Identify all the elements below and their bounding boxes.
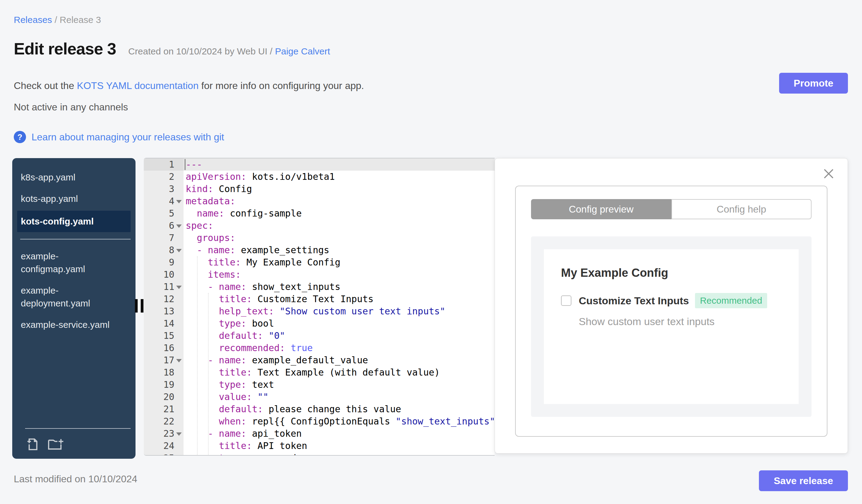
code-text: - name: example_default_value (184, 354, 368, 367)
line-number[interactable]: 1 (144, 158, 184, 171)
line-number[interactable]: 14 (144, 317, 184, 330)
code-line-11: 11 - name: show_text_inputs (144, 281, 495, 293)
code-text: default: please change this value (184, 403, 401, 415)
sidebar-file-kots-config.yaml[interactable]: kots-config.yaml (17, 211, 131, 232)
line-number[interactable]: 25 (144, 452, 184, 456)
line-number[interactable]: 13 (144, 305, 184, 317)
code-text: title: My Example Config (184, 256, 340, 268)
breadcrumb-releases-link[interactable]: Releases (14, 15, 52, 25)
new-file-icon[interactable] (25, 437, 39, 451)
line-number[interactable]: 2 (144, 171, 184, 183)
help-question-icon[interactable]: ? (14, 131, 26, 143)
code-text: value: "" (184, 391, 269, 403)
code-line-23: 23 - name: api_token (144, 427, 495, 440)
code-line-2: 2apiVersion: kots.io/v1beta1 (144, 171, 495, 183)
line-number[interactable]: 19 (144, 379, 184, 391)
line-number[interactable]: 3 (144, 183, 184, 195)
line-number[interactable]: 23 (144, 427, 184, 440)
line-number[interactable]: 21 (144, 403, 184, 415)
fold-arrow-icon[interactable] (176, 286, 182, 289)
config-preview-container: Config previewConfig help My Example Con… (515, 186, 827, 437)
code-line-21: 21 default: please change this value (144, 403, 495, 415)
code-line-3: 3kind: Config (144, 183, 495, 195)
code-text: - name: show_text_inputs (184, 281, 340, 293)
line-number[interactable]: 20 (144, 391, 184, 403)
file-sidebar: k8s-app.yamlkots-app.yamlkots-config.yam… (12, 158, 135, 459)
line-number[interactable]: 4 (144, 195, 184, 207)
sidebar-actions (12, 428, 135, 459)
config-item-help-text: Show custom user text inputs (579, 316, 782, 328)
code-line-16: 16 recommended: true (144, 342, 495, 354)
sidebar-file-kots-app.yaml[interactable]: kots-app.yaml (12, 188, 135, 210)
line-number[interactable]: 5 (144, 207, 184, 220)
page-title: Edit release 3 (14, 39, 116, 58)
code-text: type: password (184, 452, 296, 456)
recommended-badge: Recommended (695, 293, 767, 308)
code-line-9: 9 title: My Example Config (144, 256, 495, 268)
git-learn-row: ? Learn about managing your releases wit… (14, 131, 224, 143)
code-line-20: 20 value: "" (144, 391, 495, 403)
config-item-label[interactable]: Customize Text Inputs (579, 295, 689, 307)
line-number[interactable]: 6 (144, 220, 184, 232)
code-line-4: 4metadata: (144, 195, 495, 207)
config-preview-card: My Example Config Customize Text Inputs … (544, 249, 799, 404)
code-text: spec: (184, 220, 213, 232)
code-line-24: 24 title: API token (144, 440, 495, 452)
text-caret (184, 159, 186, 170)
line-number[interactable]: 18 (144, 367, 184, 379)
line-number[interactable]: 17 (144, 354, 184, 367)
last-modified-text: Last modified on 10/10/2024 (14, 474, 138, 485)
code-text: metadata: (184, 195, 236, 207)
code-line-8: 8 - name: example_settings (144, 244, 495, 256)
line-number[interactable]: 8 (144, 244, 184, 256)
breadcrumb-separator: / (52, 15, 60, 25)
code-line-10: 10 items: (144, 268, 495, 281)
code-text: type: bool (184, 317, 274, 330)
fold-arrow-icon[interactable] (176, 200, 182, 203)
line-number[interactable]: 9 (144, 256, 184, 268)
created-by-link[interactable]: Paige Calvert (275, 46, 330, 56)
close-panel-button[interactable] (823, 168, 835, 180)
customize-text-inputs-checkbox[interactable] (561, 295, 571, 306)
code-line-5: 5 name: config-sample (144, 207, 495, 220)
line-number[interactable]: 24 (144, 440, 184, 452)
new-folder-icon[interactable] (47, 437, 64, 451)
code-line-12: 12 title: Customize Text Inputs (144, 293, 495, 305)
line-number[interactable]: 12 (144, 293, 184, 305)
line-number[interactable]: 22 (144, 415, 184, 427)
line-number[interactable]: 16 (144, 342, 184, 354)
sidebar-file-example-configmap.yaml[interactable]: example- configmap.yaml (12, 246, 135, 280)
fold-arrow-icon[interactable] (176, 359, 182, 362)
tab-config-help[interactable]: Config help (671, 199, 812, 219)
line-number[interactable]: 10 (144, 268, 184, 281)
save-release-button[interactable]: Save release (759, 470, 848, 491)
channel-status-text: Not active in any channels (14, 102, 128, 113)
title-row: Edit release 3 Created on 10/10/2024 by … (14, 39, 330, 58)
code-text: kind: Config (184, 183, 252, 195)
sidebar-divider (25, 428, 131, 429)
file-list: k8s-app.yamlkots-app.yamlkots-config.yam… (12, 158, 135, 428)
promote-button[interactable]: Promote (779, 73, 848, 94)
line-number[interactable]: 11 (144, 281, 184, 293)
fold-arrow-icon[interactable] (176, 433, 182, 436)
fold-arrow-icon[interactable] (176, 249, 182, 252)
config-group-title: My Example Config (561, 266, 782, 279)
yaml-code-editor[interactable]: 1---2apiVersion: kots.io/v1beta13kind: C… (144, 158, 495, 456)
line-number[interactable]: 7 (144, 232, 184, 244)
kots-yaml-doc-link[interactable]: KOTS YAML documentation (77, 80, 198, 91)
code-line-1: 1--- (144, 158, 495, 171)
code-lines: 1---2apiVersion: kots.io/v1beta13kind: C… (144, 158, 495, 456)
code-text: recommended: true (184, 342, 313, 354)
line-number[interactable]: 15 (144, 330, 184, 342)
sidebar-file-k8s-app.yaml[interactable]: k8s-app.yaml (12, 167, 135, 188)
git-learn-link[interactable]: Learn about managing your releases with … (31, 132, 224, 143)
code-text: when: repl{{ ConfigOptionEquals "show_te… (184, 415, 495, 427)
config-item-row: Customize Text Inputs Recommended (561, 293, 782, 308)
tab-config-preview[interactable]: Config preview (531, 199, 671, 219)
sidebar-file-example-service.yaml[interactable]: example-service.yaml (12, 314, 135, 335)
fold-arrow-icon[interactable] (176, 225, 182, 228)
sidebar-file-example-deployment.yaml[interactable]: example- deployment.yaml (12, 280, 135, 314)
sidebar-resize-handle[interactable] (135, 299, 143, 313)
doc-hint-text: Check out the KOTS YAML documentation fo… (14, 80, 364, 91)
code-text: - name: api_token (184, 427, 302, 440)
